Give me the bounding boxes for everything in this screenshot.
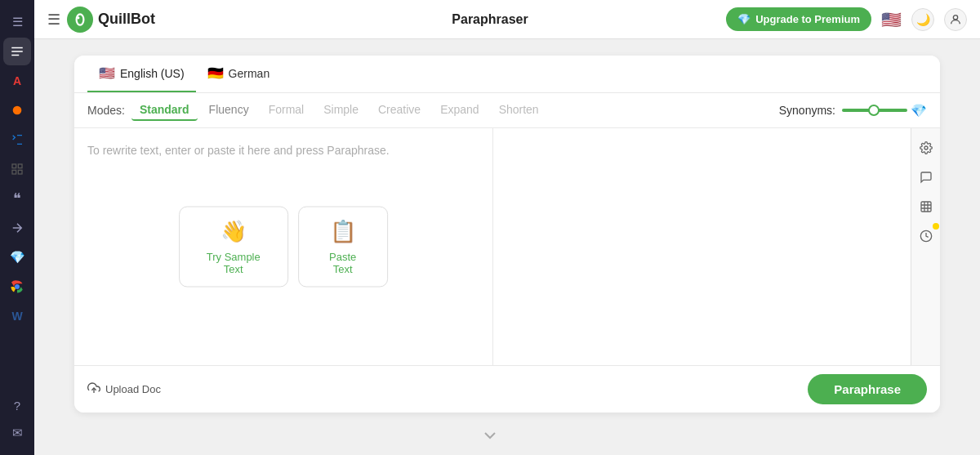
try-sample-label: Try Sample Text — [199, 251, 268, 275]
svg-rect-12 — [921, 202, 931, 212]
wave-icon: 👋 — [220, 219, 247, 244]
svg-rect-3 — [12, 170, 16, 174]
german-flag-icon: 🇩🇪 — [207, 65, 224, 81]
user-avatar[interactable] — [944, 8, 967, 31]
try-sample-text-button[interactable]: 👋 Try Sample Text — [179, 207, 288, 288]
svg-point-0 — [13, 106, 22, 115]
dark-mode-toggle[interactable]: 🌙 — [911, 8, 934, 31]
mode-simple-button[interactable]: Simple — [315, 100, 367, 121]
nav-tool3-icon[interactable] — [3, 96, 31, 124]
language-flag-icon[interactable]: 🇺🇸 — [881, 10, 902, 29]
nav-mail-icon[interactable]: ✉ — [3, 419, 31, 447]
table-icon[interactable] — [915, 195, 938, 218]
svg-point-5 — [15, 284, 20, 289]
svg-point-8 — [78, 15, 83, 24]
moon-icon: 🌙 — [916, 13, 930, 26]
diamond-icon: 💎 — [737, 13, 751, 25]
nav-tool5-icon[interactable] — [3, 155, 31, 183]
language-tab-english[interactable]: 🇺🇸 English (US) — [87, 56, 196, 92]
editor-action-buttons: 👋 Try Sample Text 📋 Paste Text — [179, 207, 388, 288]
svg-rect-2 — [18, 164, 22, 168]
paste-text-button[interactable]: 📋 Paste Text — [298, 207, 388, 288]
settings-icon[interactable] — [915, 136, 938, 159]
input-pane[interactable]: To rewrite text, enter or paste it here … — [74, 128, 493, 365]
modes-bar: Modes: Standard Fluency Formal Simple Cr… — [74, 93, 940, 128]
comment-icon[interactable] — [915, 166, 938, 189]
mode-expand-button[interactable]: Expand — [432, 100, 487, 121]
mode-creative-button[interactable]: Creative — [370, 100, 429, 121]
synonyms-section: Synonyms: 💎 — [779, 103, 927, 118]
svg-point-11 — [924, 146, 928, 149]
nav-translator-icon[interactable] — [3, 214, 31, 242]
slider-track — [842, 109, 907, 112]
history-badge — [933, 223, 939, 230]
page-container: 🇺🇸 English (US) 🇩🇪 German Modes: Standar… — [34, 39, 980, 455]
clipboard-icon: 📋 — [330, 219, 356, 244]
nav-help-icon[interactable]: ? — [3, 391, 31, 419]
slider-thumb[interactable] — [868, 105, 880, 116]
editor-area: To rewrite text, enter or paste it here … — [74, 128, 911, 365]
language-tab-bar: 🇺🇸 English (US) 🇩🇪 German — [74, 56, 940, 93]
upgrade-premium-button[interactable]: 💎 Upgrade to Premium — [726, 7, 871, 31]
hamburger-menu-icon[interactable]: ☰ — [47, 11, 60, 29]
english-tab-label: English (US) — [120, 67, 185, 80]
topbar-right: 💎 Upgrade to Premium 🇺🇸 🌙 — [726, 7, 967, 31]
scroll-chevron[interactable] — [480, 426, 500, 448]
upload-doc-label: Upload Doc — [105, 383, 161, 395]
mode-shorten-button[interactable]: Shorten — [491, 100, 547, 121]
mode-standard-button[interactable]: Standard — [131, 100, 198, 121]
slider-end-icon: 💎 — [911, 103, 927, 118]
nav-paraphrase-icon[interactable] — [3, 38, 31, 65]
upload-doc-button[interactable]: Upload Doc — [87, 381, 161, 397]
svg-point-9 — [77, 16, 79, 19]
logo-icon — [67, 7, 93, 33]
main-card: 🇺🇸 English (US) 🇩🇪 German Modes: Standar… — [74, 56, 940, 413]
mode-formal-button[interactable]: Formal — [261, 100, 313, 121]
synonyms-label: Synonyms: — [779, 104, 835, 117]
nav-word-icon[interactable]: W — [3, 302, 31, 330]
main-content: ☰ QuillBot Paraphraser 💎 Upgrade to Prem… — [34, 0, 980, 455]
nav-menu-icon[interactable]: ☰ — [3, 8, 31, 36]
footer-bar: Upload Doc Paraphrase — [74, 365, 940, 413]
nav-citation-icon[interactable]: ❝ — [3, 185, 31, 212]
page-title: Paraphraser — [452, 12, 528, 27]
synonyms-slider[interactable]: 💎 — [842, 103, 927, 118]
editor-row: To rewrite text, enter or paste it here … — [74, 128, 940, 365]
history-icon[interactable] — [915, 225, 938, 248]
logo[interactable]: QuillBot — [67, 7, 155, 33]
german-tab-label: German — [229, 67, 270, 80]
nav-summarizer-icon[interactable] — [3, 126, 31, 154]
logo-text: QuillBot — [98, 11, 155, 28]
mode-fluency-button[interactable]: Fluency — [201, 100, 257, 121]
editor-placeholder: To rewrite text, enter or paste it here … — [87, 141, 479, 159]
upgrade-label: Upgrade to Premium — [755, 13, 860, 25]
english-flag-icon: 🇺🇸 — [99, 65, 115, 81]
language-tab-german[interactable]: 🇩🇪 German — [196, 56, 282, 92]
modes-label: Modes: — [87, 104, 125, 117]
paste-text-label: Paste Text — [318, 251, 368, 275]
upload-cloud-icon — [87, 381, 100, 397]
nav-grammar-icon[interactable]: A — [3, 67, 31, 95]
svg-rect-4 — [18, 170, 22, 174]
left-navigation: ☰ A ❝ 💎 W ? ✉ — [0, 0, 34, 455]
topbar-left: ☰ QuillBot — [47, 7, 155, 33]
svg-rect-1 — [12, 164, 16, 168]
right-panel — [911, 128, 940, 365]
nav-premium-icon[interactable]: 💎 — [3, 243, 31, 271]
svg-point-10 — [953, 15, 957, 19]
output-pane — [493, 128, 911, 365]
topbar: ☰ QuillBot Paraphraser 💎 Upgrade to Prem… — [34, 0, 980, 39]
paraphrase-button[interactable]: Paraphrase — [808, 374, 927, 404]
nav-chrome-icon[interactable] — [3, 273, 31, 301]
